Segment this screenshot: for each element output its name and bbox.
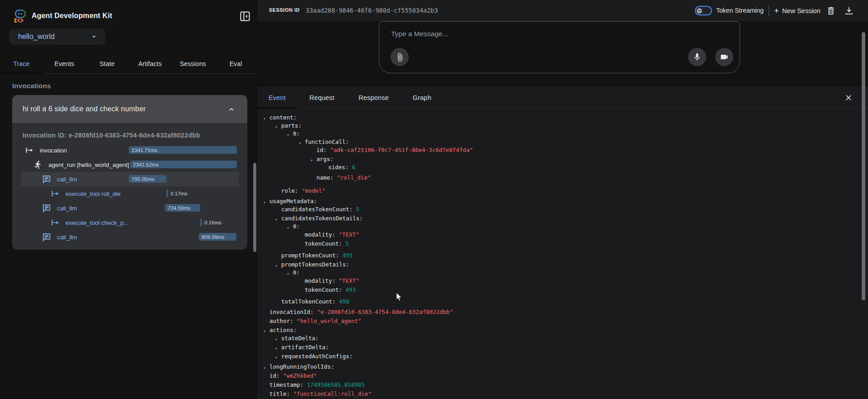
trace-row[interactable]: invocation2341.71ms bbox=[21, 143, 239, 157]
json-segment: sides: 6 bbox=[327, 163, 851, 171]
json-toggler-icon[interactable]: ▼ bbox=[275, 355, 277, 361]
json-segment[interactable]: ▼longRunningToolIds: bbox=[269, 362, 858, 371]
json-toggler-icon[interactable]: ▼ bbox=[275, 346, 277, 352]
json-key: timestamp bbox=[269, 381, 300, 388]
json-colon: : bbox=[346, 261, 349, 268]
message-input[interactable]: Type a Message... bbox=[391, 30, 448, 38]
trace-row[interactable]: call_llm795.05ms bbox=[21, 172, 239, 186]
token-streaming-toggle[interactable] bbox=[695, 6, 712, 15]
json-toggler-icon[interactable]: ▼ bbox=[287, 132, 289, 139]
attach-file-button[interactable] bbox=[391, 48, 409, 66]
event-details-panel: EventRequestResponseGraph ▼content: ▼par… bbox=[257, 87, 868, 399]
new-session-button[interactable]: + New Session bbox=[774, 5, 821, 16]
json-segment[interactable]: ▼0: modality: "TEXT"tokenCount: 5 bbox=[292, 222, 855, 249]
close-icon[interactable] bbox=[844, 93, 853, 102]
json-toggler-icon[interactable]: ▼ bbox=[275, 217, 277, 223]
sidebar-header: Agent Development Kit bbox=[0, 0, 257, 29]
sidebar-tab-sessions[interactable]: Sessions bbox=[171, 54, 214, 73]
json-segment[interactable]: ▼promptTokensDetails: ▼0: modality: "TEX… bbox=[280, 260, 857, 297]
details-tab-response[interactable]: Response bbox=[347, 87, 401, 108]
adk-logo-icon bbox=[14, 9, 27, 23]
span-label: call_llm bbox=[57, 234, 77, 241]
json-toggler-icon[interactable]: ▼ bbox=[287, 271, 289, 278]
agent-select[interactable]: hello_world bbox=[9, 28, 105, 45]
json-colon: : bbox=[297, 269, 300, 276]
invocation-card-header[interactable]: hi roll a 6 side dice and check number bbox=[12, 95, 247, 123]
duration-text: 0.16ms bbox=[204, 220, 222, 225]
json-segment: invocationId: "e-2808fd10-6383-4754-8de4… bbox=[269, 308, 858, 316]
trace-row[interactable]: call_llm809.99ms bbox=[21, 230, 239, 244]
json-toggler-icon[interactable]: ▼ bbox=[287, 225, 289, 232]
json-key: modality bbox=[305, 277, 332, 284]
json-viewer: ▼content: ▼parts: ▼0: ▼functionCall: id:… bbox=[257, 109, 859, 399]
json-colon: : bbox=[359, 215, 363, 222]
run-icon bbox=[33, 160, 42, 169]
invocation-prompt: hi roll a 6 side dice and check number bbox=[23, 105, 146, 113]
json-segment[interactable]: ▼artifactDelta: bbox=[280, 343, 857, 352]
mic-button[interactable] bbox=[688, 48, 706, 66]
details-tab-event[interactable]: Event bbox=[257, 87, 297, 108]
json-toggler-icon[interactable]: ▼ bbox=[275, 337, 277, 343]
sidebar-tab-state[interactable]: State bbox=[86, 54, 129, 73]
sidebar-tab-events[interactable]: Events bbox=[43, 54, 86, 73]
json-toggler-icon[interactable]: ▼ bbox=[264, 365, 265, 372]
json-segment[interactable]: ▼requestedAuthConfigs: bbox=[280, 352, 857, 361]
invocation-id: Invocation ID: e-2808fd10-6383-4754-8de4… bbox=[23, 132, 247, 139]
json-segment[interactable]: ▼stateDelta: bbox=[280, 334, 857, 342]
span-label: execute_tool check_p... bbox=[66, 219, 129, 226]
json-value: "adk-caf25106-f0c7-451f-86e4-3c6d7e8f4fd… bbox=[330, 147, 473, 153]
trace-row[interactable]: call_llm734.59ms bbox=[21, 201, 239, 215]
json-toggler-icon[interactable]: ▼ bbox=[264, 116, 265, 123]
json-key: 0 bbox=[293, 223, 297, 230]
message-input-container: Type a Message... bbox=[379, 21, 740, 73]
json-value: 6 bbox=[352, 164, 356, 171]
json-segment[interactable]: ▼parts: ▼0: ▼functionCall: id: "adk-caf2… bbox=[280, 121, 857, 186]
download-icon[interactable] bbox=[844, 6, 854, 16]
trace-tree: invocation2341.71msagent_run [hello_worl… bbox=[21, 143, 239, 244]
invocation-card-body: Invocation ID: e-2808fd10-6383-4754-8de4… bbox=[12, 123, 247, 244]
tab-label: Artifacts bbox=[138, 60, 162, 67]
span-label: call_llm bbox=[57, 176, 77, 183]
json-segment[interactable]: ▼functionCall: id: "adk-caf25106-f0c7-45… bbox=[304, 138, 854, 183]
json-segment[interactable]: ▼candidatesTokensDetails: ▼0: modality: … bbox=[280, 214, 857, 251]
json-colon: : bbox=[293, 327, 297, 333]
chevron-up-icon[interactable] bbox=[226, 104, 236, 114]
chat-icon bbox=[42, 233, 51, 242]
duration-text: 809.99ms bbox=[202, 234, 225, 240]
active-tab-indicator bbox=[0, 72, 43, 74]
chat-icon bbox=[42, 204, 51, 213]
delete-icon[interactable] bbox=[826, 6, 836, 16]
json-key: title bbox=[269, 390, 287, 397]
json-segment[interactable]: ▼actions: ▼stateDelta: ▼artifactDelta: ▼… bbox=[269, 326, 858, 362]
start-arrow-icon bbox=[51, 189, 60, 198]
json-segment[interactable]: ▼usageMetadata: candidatesTokenCount: 5▼… bbox=[269, 197, 858, 307]
videocam-button[interactable] bbox=[715, 48, 733, 66]
arrow-drop-down-icon bbox=[90, 33, 98, 41]
json-toggler-icon[interactable]: ▼ bbox=[299, 140, 301, 147]
trace-row[interactable]: agent_run [hello_world_agent]2341.52ms bbox=[21, 157, 239, 172]
json-segment[interactable]: ▼content: ▼parts: ▼0: ▼functionCall: id:… bbox=[269, 113, 858, 196]
left-panel-close-icon[interactable] bbox=[239, 10, 251, 22]
json-toggler-icon[interactable]: ▼ bbox=[264, 200, 265, 206]
json-toggler-icon[interactable]: ▼ bbox=[264, 328, 265, 335]
json-toggler-icon[interactable]: ▼ bbox=[275, 263, 277, 270]
json-segment[interactable]: ▼0: ▼functionCall: id: "adk-caf25106-f0c… bbox=[292, 129, 855, 185]
vertical-scrollbar[interactable] bbox=[862, 32, 865, 300]
details-tab-graph[interactable]: Graph bbox=[401, 87, 443, 108]
top-bar: SESSION ID 33aad288-9846-46f6-980d-cf555… bbox=[257, 0, 868, 21]
trace-row[interactable]: execute_tool roll_die0.17ms bbox=[21, 186, 239, 201]
trace-row[interactable]: execute_tool check_p...0.16ms bbox=[21, 215, 239, 230]
json-toggler-icon[interactable]: ▼ bbox=[311, 157, 312, 164]
sidebar-tab-eval[interactable]: Eval bbox=[214, 54, 257, 73]
sidebar-scrollbar[interactable] bbox=[253, 163, 256, 252]
sidebar-tab-trace[interactable]: Trace bbox=[0, 54, 43, 73]
sidebar-tab-artifacts[interactable]: Artifacts bbox=[128, 54, 171, 73]
json-key: args bbox=[316, 156, 330, 162]
session-id-value: 33aad288-9846-46f6-980d-cf555034a2b3 bbox=[306, 7, 438, 14]
details-tab-request[interactable]: Request bbox=[297, 87, 347, 108]
duration-bar: 795.05ms bbox=[129, 175, 166, 183]
duration-bar: 2341.71ms bbox=[129, 146, 237, 154]
json-toggler-icon[interactable]: ▼ bbox=[275, 124, 277, 131]
json-segment[interactable]: ▼0: modality: "TEXT"tokenCount: 493 bbox=[292, 268, 855, 295]
json-segment[interactable]: ▼args: sides: 6 bbox=[316, 155, 853, 173]
